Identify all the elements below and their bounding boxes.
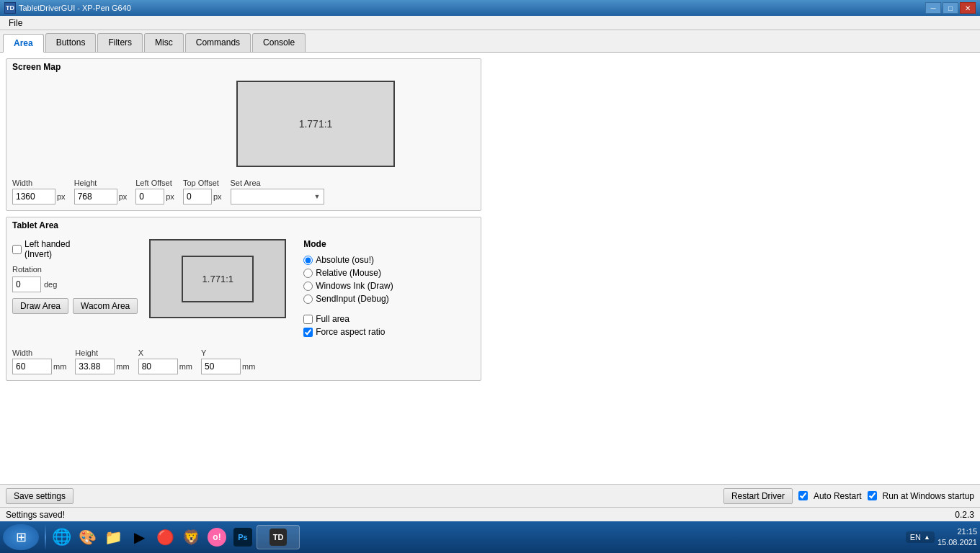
tab-area[interactable]: Area	[3, 34, 44, 53]
taskbar-paint-icon[interactable]: 🎨	[75, 525, 99, 549]
mode-label: Mode	[303, 239, 393, 249]
tab-bar: Area Buttons Filters Misc Commands Conso…	[0, 30, 980, 53]
taskbar-chrome-icon[interactable]: 🔴	[153, 525, 177, 549]
screen-map-ratio: 1.771:1	[299, 118, 333, 130]
draw-area-button[interactable]: Draw Area	[12, 298, 68, 314]
app-icon: TD	[4, 2, 16, 14]
rotation-unit: deg	[44, 280, 57, 289]
language-indicator: EN	[910, 533, 921, 541]
taskbar-clock[interactable]: 21:15 15.08.2021	[937, 526, 977, 549]
file-menu[interactable]: File	[3, 17, 28, 30]
set-area-group: Set Area ▼	[231, 179, 324, 204]
mode-relative-row: Relative (Mouse)	[303, 268, 393, 278]
taskbar-ps-icon[interactable]: Ps	[231, 525, 255, 549]
screen-height-input[interactable]	[74, 189, 117, 204]
top-offset-input[interactable]	[183, 189, 212, 204]
auto-restart-checkbox[interactable]	[798, 491, 808, 500]
tablet-width-input[interactable]	[12, 359, 52, 374]
mode-wink-row: Windows Ink (Draw)	[303, 281, 393, 291]
screen-width-label: Width	[12, 179, 66, 187]
mode-relative-label: Relative (Mouse)	[316, 268, 381, 278]
rotation-label: Rotation	[12, 265, 138, 274]
full-area-checkbox[interactable]	[303, 315, 313, 324]
left-offset-unit: px	[166, 192, 174, 201]
screen-map-section: Screen Map 1.771:1 Width px Height	[6, 58, 481, 211]
mode-sendinput-radio[interactable]	[303, 295, 313, 304]
run-at-startup-checkbox[interactable]	[868, 491, 877, 500]
tab-buttons[interactable]: Buttons	[45, 33, 97, 52]
mode-sendinput-label: SendInput (Debug)	[316, 294, 388, 304]
taskbar-td-app[interactable]: TD	[257, 525, 300, 549]
force-aspect-row: Force aspect ratio	[303, 327, 393, 337]
tab-commands[interactable]: Commands	[185, 33, 251, 52]
taskbar-td-icon: TD	[270, 529, 287, 546]
rotation-input[interactable]	[12, 276, 41, 292]
save-settings-button[interactable]: Save settings	[6, 488, 74, 504]
bottom-bar: Save settings Restart Driver Auto Restar…	[0, 484, 980, 507]
tablet-y-unit: mm	[242, 362, 255, 371]
maximize-button[interactable]: □	[943, 2, 958, 14]
main-content: Screen Map 1.771:1 Width px Height	[0, 53, 980, 484]
mode-windowsink-radio[interactable]	[303, 282, 313, 291]
mode-windowsink-label: Windows Ink (Draw)	[316, 281, 393, 291]
taskbar-osu-icon[interactable]: o!	[205, 525, 229, 549]
tablet-y-group: Y mm	[201, 349, 255, 374]
taskbar-brave-icon[interactable]: 🦁	[179, 525, 203, 549]
force-aspect-checkbox[interactable]	[303, 328, 313, 337]
set-area-dropdown[interactable]: ▼	[231, 189, 324, 204]
start-button[interactable]: ⊞	[3, 524, 39, 550]
close-button[interactable]: ✕	[960, 2, 976, 14]
tablet-height-label: Height	[75, 349, 129, 357]
taskbar-date: 15.08.2021	[937, 537, 977, 548]
taskbar-time: 21:15	[937, 526, 977, 537]
screen-width-unit: px	[57, 192, 66, 201]
rotation-row: deg	[12, 276, 138, 292]
tab-filters[interactable]: Filters	[97, 33, 143, 52]
tablet-x-input[interactable]	[138, 359, 178, 374]
mode-relative-radio[interactable]	[303, 269, 313, 278]
taskbar-media-icon[interactable]: ▶	[127, 525, 151, 549]
top-offset-unit: px	[213, 192, 222, 201]
tab-console[interactable]: Console	[252, 33, 306, 52]
tablet-x-unit: mm	[179, 362, 192, 371]
restart-driver-button[interactable]: Restart Driver	[723, 488, 793, 504]
tablet-height-input[interactable]	[75, 359, 115, 374]
tray-arrow: ▲	[924, 534, 930, 541]
left-handed-row: Left handed (Invert)	[12, 239, 138, 259]
settings-saved-bar: Settings saved! 0.2.3	[0, 507, 980, 521]
taskbar-explorer-icon[interactable]: 📁	[101, 525, 125, 549]
tab-misc[interactable]: Misc	[144, 33, 184, 52]
window-controls: ─ □ ✕	[925, 2, 976, 14]
tablet-ratio: 1.771:1	[202, 274, 233, 284]
top-offset-label: Top Offset	[183, 179, 222, 187]
force-aspect-label: Force aspect ratio	[316, 327, 385, 337]
tablet-width-group: Width mm	[12, 349, 66, 374]
left-handed-checkbox[interactable]	[12, 245, 22, 254]
tablet-x-label: X	[138, 349, 192, 357]
left-offset-input[interactable]	[135, 189, 164, 204]
taskbar-tray: EN ▲	[906, 531, 935, 543]
tablet-area-section: Tablet Area Left handed (Invert) Rotatio…	[6, 217, 481, 381]
tablet-y-label: Y	[201, 349, 255, 357]
taskbar-divider	[45, 524, 46, 550]
taskbar-ie-icon[interactable]: 🌐	[49, 525, 74, 549]
tablet-y-input[interactable]	[201, 359, 241, 374]
screen-width-group: Width px	[12, 179, 66, 204]
screen-height-unit: px	[119, 192, 128, 201]
minimize-button[interactable]: ─	[925, 2, 941, 14]
full-area-row: Full area	[303, 314, 393, 324]
top-offset-group: Top Offset px	[183, 179, 222, 204]
menu-bar: File	[0, 16, 980, 30]
title-bar: TD TabletDriverGUI - XP-Pen G640 ─ □ ✕	[0, 0, 980, 16]
settings-saved-message: Settings saved!	[6, 510, 65, 520]
tablet-inner-rect: 1.771:1	[182, 256, 254, 302]
taskbar-right: EN ▲ 21:15 15.08.2021	[906, 526, 977, 549]
screen-width-input[interactable]	[12, 189, 55, 204]
tablet-height-group: Height mm	[75, 349, 129, 374]
tablet-left-controls: Left handed (Invert) Rotation deg Draw A…	[12, 239, 138, 337]
tablet-width-label: Width	[12, 349, 66, 357]
mode-absolute-row: Absolute (osu!)	[303, 255, 393, 265]
wacom-area-button[interactable]: Wacom Area	[73, 298, 138, 314]
screen-map-title: Screen Map	[6, 59, 481, 75]
mode-absolute-radio[interactable]	[303, 256, 313, 265]
